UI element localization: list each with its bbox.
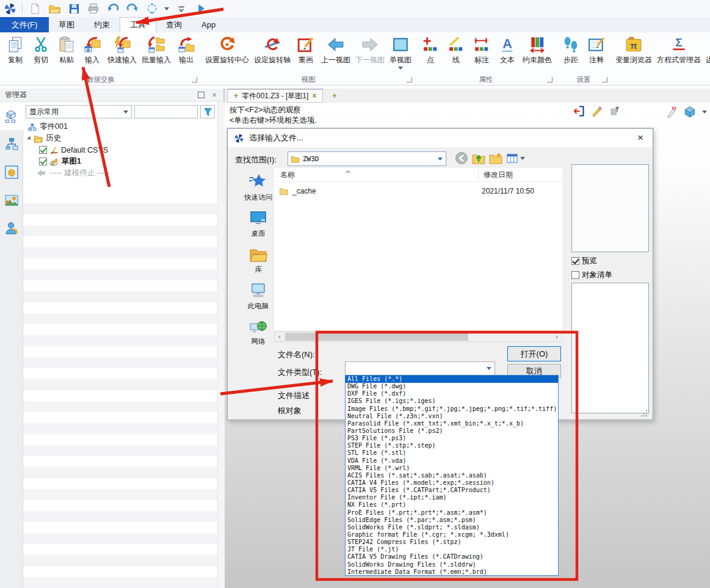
file-type-option[interactable]: SolidWorks Drawing Files (*.slddrw) [346, 561, 558, 568]
tree-filter-input[interactable] [134, 105, 198, 118]
file-type-option[interactable]: IGES File (*.igs;*.iges) [346, 397, 558, 405]
rotate-view-dropdown[interactable] [164, 7, 169, 10]
file-type-option[interactable]: PartSolutions File (*.ps2) [346, 427, 558, 435]
set-rotation-center-button[interactable]: 设置旋转中心 [203, 34, 252, 65]
tab-inquire[interactable]: 查询 [156, 17, 192, 32]
manager-tab-assembly[interactable] [0, 130, 23, 158]
batch-import-button[interactable]: 批量输入 [139, 34, 173, 65]
constraint-color-button[interactable]: 约束颜色 [520, 34, 554, 65]
show-n-tell-button[interactable]: Σ边学边用 [703, 34, 710, 65]
cube-dropdown-icon[interactable] [702, 111, 707, 114]
file-type-option[interactable]: VRML File (*.wrl) [346, 465, 558, 472]
visibility-checkbox[interactable] [39, 146, 47, 154]
dimension-attr-button[interactable]: 标注 [469, 34, 494, 65]
manager-tab-visual[interactable] [0, 158, 23, 186]
save-button[interactable] [67, 1, 81, 16]
file-type-option[interactable]: DWG File (*.dwg) [346, 383, 558, 390]
scroll-right-icon[interactable]: › [552, 333, 562, 340]
new-folder-button[interactable] [489, 152, 502, 164]
filename-combo[interactable] [345, 361, 495, 376]
rotate-view-button[interactable] [145, 1, 159, 16]
point-attr-button[interactable]: 点 [418, 34, 443, 65]
file-type-option[interactable]: Graphic format File (*.cgr; *.xcgm; *.3d… [346, 531, 558, 539]
tree-node-sketch[interactable]: 草图1 [23, 156, 217, 167]
file-type-option[interactable]: STL File (*.stl) [346, 449, 558, 457]
paste-button[interactable]: 粘贴 [54, 34, 79, 65]
file-type-option[interactable]: Parasolid File (*.xmt_txt;*.xmt_bin;*.x_… [346, 420, 558, 427]
object-list-checkbox[interactable] [571, 271, 579, 279]
up-one-level-button[interactable] [472, 152, 485, 164]
variable-browser-button[interactable]: π变量浏览器 [613, 34, 654, 65]
new-file-button[interactable] [27, 1, 42, 16]
line-attr-button[interactable]: 线 [443, 34, 469, 65]
text-attr-button[interactable]: A文本 [494, 34, 520, 65]
tab-tools[interactable]: 工具 [120, 17, 156, 32]
file-type-option[interactable]: STEP File (*.stp;*.step) [346, 442, 558, 449]
display-filter-combo[interactable]: 显示常用 [26, 105, 132, 118]
erase-button[interactable] [592, 106, 603, 117]
file-type-option[interactable]: Inventor File (*.ipt;*.iam) [346, 494, 558, 501]
new-tab-button[interactable]: + [325, 89, 343, 103]
open-button[interactable]: 打开(O) [507, 346, 561, 361]
file-list-hscrollbar[interactable]: ‹ › [274, 332, 562, 342]
filter-list-button[interactable] [609, 106, 620, 117]
single-view-dropdown[interactable] [398, 67, 403, 70]
file-type-option[interactable]: CATIA V5 Files (*.CATPart;*.CATProduct) [346, 487, 558, 494]
tree-node-part-root[interactable]: 零件001 [23, 121, 217, 132]
step-button[interactable]: 步距 [558, 34, 584, 65]
file-type-option[interactable]: ProE Files (*.prt;*.prt*;*.asm;*.asm*) [346, 509, 558, 517]
previous-view-button[interactable]: 上一视图 [319, 34, 353, 65]
annotation-button[interactable]: 注释 [584, 34, 609, 65]
redo-button[interactable] [125, 1, 140, 16]
manager-float-button[interactable] [197, 92, 205, 99]
document-tab[interactable]: + 零件001.Z3 - [草图1] × [227, 89, 323, 103]
column-header-date[interactable]: 修改日期 [478, 170, 562, 180]
column-header-name[interactable]: 名称 [274, 170, 478, 180]
manager-scrollbar[interactable] [217, 102, 225, 588]
import-button[interactable]: 输入 [79, 34, 105, 65]
file-type-option[interactable]: Neutral File (*.z3n;*.vxn) [346, 413, 558, 420]
file-type-option[interactable]: CATIA V5 Drawing Files (*.CATDrawing) [346, 553, 558, 561]
manager-tab-render[interactable] [0, 186, 23, 214]
tree-node-model-stop[interactable]: ----- 建模停止 ----- [23, 167, 217, 179]
file-type-option[interactable]: CATIA V4 Files (*.model;*.exp;*.session) [346, 479, 558, 487]
view-menu-button[interactable] [506, 153, 525, 164]
tab-sketch[interactable]: 草图 [49, 17, 84, 32]
open-file-button[interactable] [47, 1, 62, 16]
file-type-option[interactable]: SolidEdge Files (*.par;*.asm;*.psm) [346, 517, 558, 524]
look-in-combo[interactable]: ZW3D [288, 151, 446, 166]
file-type-option[interactable]: VDA File (*.vda) [346, 457, 558, 465]
file-type-option[interactable]: Intermediate Data Format (*.emn;*.brd) [346, 568, 558, 576]
dialog-close-button[interactable]: × [628, 132, 653, 144]
equation-manager-button[interactable]: Σ方程式管理器 [654, 34, 703, 65]
dialog-launcher-icon[interactable] [407, 77, 412, 82]
print-button[interactable] [86, 1, 101, 16]
tree-node-csys[interactable]: Default CSYS [23, 144, 217, 156]
point-input-button[interactable]: xy [665, 106, 678, 118]
resize-grip[interactable] [640, 410, 649, 417]
file-type-option[interactable]: PS3 File (*.ps3) [346, 435, 558, 442]
tab-file[interactable]: 文件(F) [0, 17, 49, 32]
view-cube-button[interactable] [683, 105, 697, 118]
dialog-launcher-icon[interactable] [192, 77, 197, 82]
file-row[interactable]: _cache 2021/11/7 10:50 [274, 184, 562, 198]
file-type-option[interactable]: Image Files (*.bmp;*.gif;*.jpg;*.jpeg;*.… [346, 405, 558, 413]
file-type-option[interactable]: JT File (*.jt) [346, 546, 558, 553]
tab-app[interactable]: App [192, 17, 225, 32]
dialog-title-bar[interactable]: 选择输入文件... × [228, 129, 653, 147]
preview-checkbox[interactable] [571, 257, 579, 265]
file-type-option[interactable]: ACIS Files (*.sat;*.sab;*.asat;*.asab) [346, 472, 558, 479]
dialog-launcher-icon[interactable] [602, 77, 607, 82]
exit-sketch-button[interactable] [573, 105, 585, 117]
tab-constraint[interactable]: 约束 [84, 17, 120, 32]
file-type-option[interactable]: DXF File (*.dxf) [346, 390, 558, 397]
dialog-launcher-icon[interactable] [547, 77, 552, 82]
preview-checkbox-row[interactable]: 预览 [571, 256, 597, 266]
back-button[interactable] [455, 151, 468, 165]
set-rotation-axis-button[interactable]: 设定旋转轴 [252, 34, 293, 65]
file-type-option[interactable]: SolidWorks File (*.sldprt; *.sldasm) [346, 524, 558, 531]
tree-node-history[interactable]: 历史 [23, 132, 217, 144]
scroll-left-icon[interactable]: ‹ [275, 333, 284, 340]
export-button[interactable]: 输出 [173, 34, 199, 65]
expand-caret-icon[interactable] [27, 136, 32, 141]
